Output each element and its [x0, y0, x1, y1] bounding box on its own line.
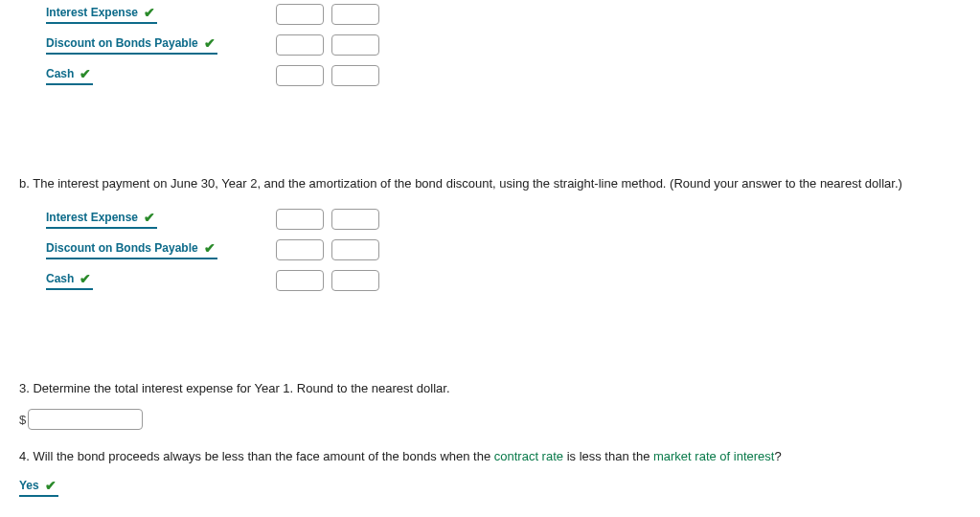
- entry-row: Discount on Bonds Payable ✔: [46, 31, 961, 59]
- account-label: Interest Expense: [46, 211, 138, 224]
- account-label: Discount on Bonds Payable: [46, 36, 198, 50]
- entry-row: Discount on Bonds Payable ✔: [46, 236, 961, 264]
- account-label: Cash: [46, 272, 74, 285]
- credit-input[interactable]: [331, 4, 379, 25]
- question-4-answer-select[interactable]: Yes ✔: [19, 478, 58, 497]
- term-market-rate: market rate of interest: [653, 449, 774, 463]
- answer-label: Yes: [19, 479, 39, 492]
- debit-input[interactable]: [276, 4, 324, 25]
- question-5-prompt: 5. Compute the price of $6,114,204 recei…: [19, 514, 961, 518]
- credit-input[interactable]: [331, 209, 379, 230]
- account-label: Cash: [46, 67, 74, 80]
- entry-row: Cash ✔: [46, 266, 961, 295]
- credit-input[interactable]: [331, 65, 379, 86]
- currency-symbol: $: [19, 413, 26, 427]
- credit-input[interactable]: [331, 34, 379, 56]
- journal-entry-block-a: Interest Expense ✔ Discount on Bonds Pay…: [46, 0, 961, 90]
- account-select-cash[interactable]: Cash ✔: [46, 271, 93, 290]
- account-select-discount-bonds[interactable]: Discount on Bonds Payable ✔: [46, 35, 217, 55]
- account-select-cash[interactable]: Cash ✔: [46, 66, 93, 85]
- debit-input[interactable]: [276, 65, 324, 86]
- question-3-prompt: 3. Determine the total interest expense …: [19, 379, 961, 398]
- debit-input[interactable]: [276, 34, 324, 56]
- credit-input[interactable]: [331, 239, 379, 260]
- entry-row: Interest Expense ✔: [46, 205, 961, 234]
- account-label: Discount on Bonds Payable: [46, 241, 198, 255]
- account-label: Interest Expense: [46, 6, 138, 19]
- check-icon: ✔: [204, 240, 216, 256]
- account-select-interest-expense[interactable]: Interest Expense ✔: [46, 5, 157, 24]
- check-icon: ✔: [144, 5, 155, 20]
- check-icon: ✔: [45, 478, 57, 493]
- question-3-answer-row: $: [19, 409, 961, 430]
- entry-row: Interest Expense ✔: [46, 0, 961, 29]
- account-select-discount-bonds[interactable]: Discount on Bonds Payable ✔: [46, 240, 217, 259]
- account-select-interest-expense[interactable]: Interest Expense ✔: [46, 210, 157, 229]
- entry-row: Cash ✔: [46, 61, 961, 90]
- question-b-prompt: b. The interest payment on June 30, Year…: [19, 174, 961, 193]
- check-icon: ✔: [204, 35, 216, 51]
- total-interest-input[interactable]: [28, 409, 143, 430]
- check-icon: ✔: [80, 271, 91, 286]
- term-contract-rate: contract rate: [494, 449, 563, 463]
- check-icon: ✔: [144, 210, 155, 225]
- credit-input[interactable]: [331, 270, 379, 291]
- debit-input[interactable]: [276, 239, 324, 260]
- check-icon: ✔: [80, 66, 91, 81]
- question-4-prompt: 4. Will the bond proceeds always be less…: [19, 447, 961, 466]
- debit-input[interactable]: [276, 270, 324, 291]
- journal-entry-block-b: Interest Expense ✔ Discount on Bonds Pay…: [46, 205, 961, 295]
- debit-input[interactable]: [276, 209, 324, 230]
